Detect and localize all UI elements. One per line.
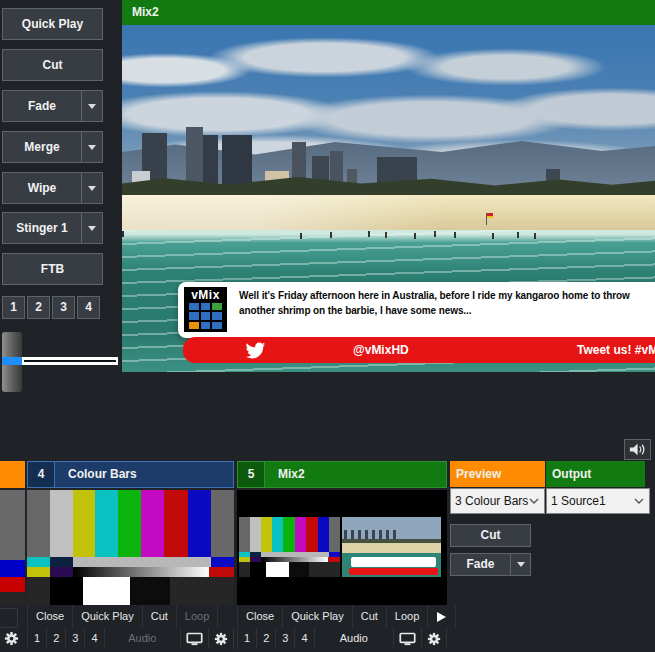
input5-overlay-2[interactable]: 2 [257,628,276,649]
monitor-icon [186,632,203,646]
mixer-fade-dropdown-button[interactable] [510,554,530,575]
input5-number: 5 [238,462,265,487]
vmix-logo-text: vMix [184,288,227,302]
input3-title-bar-preview[interactable] [0,461,25,488]
tbar-position-indicator [2,357,22,365]
input4-gear-button[interactable] [209,628,234,649]
input5-loop-button[interactable]: Loop [387,606,428,627]
input4-close-button[interactable]: Close [27,606,73,627]
mixer-cut-button[interactable]: Cut [450,524,531,547]
merge-label: Merge [3,132,81,162]
chevron-down-icon [529,498,539,504]
input4-controls-row: Close Quick Play Cut Loop [27,606,234,627]
wipe-dropdown-button[interactable] [81,173,102,203]
input5-controls-row: Close Quick Play Cut Loop [237,606,447,627]
stinger-button[interactable]: Stinger 1 [2,212,103,244]
twitter-bird-icon [245,342,266,359]
input4-quickplay-button[interactable]: Quick Play [73,606,143,627]
input4-overlay-row: 1 2 3 4 Audio [27,628,234,649]
output-source-select[interactable]: 1 Source1 [546,488,650,514]
input5-overlay-1[interactable]: 1 [237,628,257,649]
preview-source-value: 3 Colour Bars [455,494,528,508]
output-source-value: 1 Source1 [551,494,606,508]
gear-icon [4,631,19,646]
input4-overlay-1[interactable]: 1 [27,628,47,649]
quick-play-label: Quick Play [3,9,102,39]
master-audio-button[interactable] [624,439,651,460]
input5-close-button[interactable]: Close [237,606,283,627]
preview-source-select[interactable]: 3 Colour Bars [450,488,545,514]
input5-play-button[interactable] [428,606,456,627]
input5-title-bar-output[interactable]: 5 Mix2 [237,461,447,488]
overlay-2-button[interactable]: 2 [27,296,50,319]
overlay-1-button[interactable]: 1 [2,296,25,319]
ftb-button[interactable]: FTB [2,253,103,285]
twitter-cta: Tweet us! #vMixHD [577,337,655,363]
input5-quickplay-button[interactable]: Quick Play [283,606,353,627]
twitter-handle: @vMixHD [353,337,409,363]
input4-overlay-3[interactable]: 3 [66,628,85,649]
beach-people [122,231,124,237]
monitor-icon [399,632,416,646]
mixer-cut-label: Cut [451,525,530,546]
gear-icon [427,632,441,646]
caret-down-icon [88,145,96,150]
tbar-fader-handle[interactable] [2,332,22,392]
input4-fullscreen-button[interactable] [181,628,209,649]
overlay-3-button[interactable]: 3 [52,296,75,319]
fade-label: Fade [3,91,81,121]
cut-button[interactable]: Cut [2,49,103,81]
fade-button[interactable]: Fade [2,90,103,122]
input4-thumbnail[interactable] [27,490,234,605]
stinger-label: Stinger 1 [3,213,81,243]
chevron-down-icon [634,498,644,504]
input5-cut-button[interactable]: Cut [353,606,387,627]
preview-bus-header: Preview [450,461,545,487]
vmix-window: Quick Play Cut Fade Merge Wipe Stinger 1… [0,0,655,652]
program-preview[interactable]: vMix Well it's Friday afternoon here in … [122,0,655,372]
stinger-dropdown-button[interactable] [81,213,102,243]
merge-button[interactable]: Merge [2,131,103,163]
input5-overlay-4[interactable]: 4 [295,628,314,649]
input5-fullscreen-button[interactable] [394,628,422,649]
twitter-ticker-bar: @vMixHD Tweet us! #vMixHD [183,337,655,363]
smpte-colour-bars [27,490,234,605]
input4-title-bar[interactable]: 4 Colour Bars [27,461,234,488]
overlay-4-button[interactable]: 4 [77,296,100,319]
mixer-fade-button[interactable]: Fade [450,553,531,576]
beach-sand [122,195,655,233]
vmix-logo-grid [189,303,222,329]
input5-gear-button[interactable] [422,628,447,649]
input4-cut-button[interactable]: Cut [143,606,177,627]
lower-third-line2: another shrimp on the barbie, I have som… [239,305,471,316]
program-video-frame: vMix Well it's Friday afternoon here in … [122,25,655,372]
input5-title: Mix2 [265,462,446,487]
caret-down-icon [88,226,96,231]
input4-title: Colour Bars [55,462,233,487]
tbar-track [22,357,118,365]
wipe-button[interactable]: Wipe [2,172,103,204]
input4-audio-button[interactable]: Audio [105,628,182,649]
lower-third-overlay: vMix Well it's Friday afternoon here in … [178,282,655,338]
speaker-icon [629,443,647,456]
input4-overlay-2[interactable]: 2 [47,628,66,649]
input3-gear-button[interactable] [4,631,19,650]
input5-overlay-row: 1 2 3 4 Audio [237,628,447,649]
wipe-label: Wipe [3,173,81,203]
lifeguard-flag [487,213,493,218]
program-title-bar: Mix2 [122,0,655,25]
merge-dropdown-button[interactable] [81,132,102,162]
input4-overlay-4[interactable]: 4 [85,628,104,649]
caret-down-icon [517,562,525,567]
lower-third-line1: Well it's Friday afternoon here in Austr… [239,290,630,301]
play-icon [437,612,446,622]
gear-icon [214,632,228,646]
cut-label: Cut [3,50,102,80]
input5-overlay-3[interactable]: 3 [276,628,295,649]
input5-audio-button[interactable]: Audio [315,628,395,649]
input3-thumbnail[interactable] [0,490,25,605]
fade-dropdown-button[interactable] [81,91,102,121]
input5-thumbnail[interactable] [237,490,447,605]
quick-play-button[interactable]: Quick Play [2,8,103,40]
input4-loop-button[interactable]: Loop [177,606,218,627]
